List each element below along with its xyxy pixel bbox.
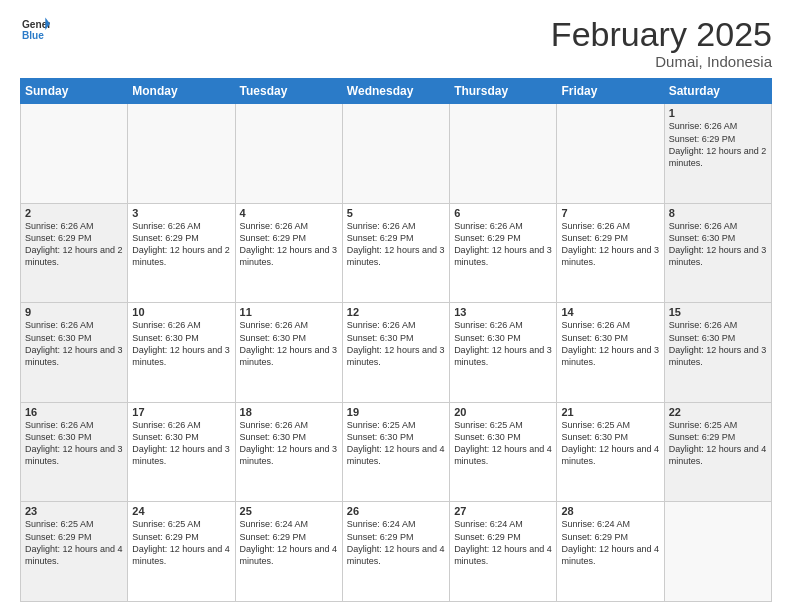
calendar-cell: 11Sunrise: 6:26 AM Sunset: 6:30 PM Dayli…	[235, 303, 342, 403]
calendar-week-4: 23Sunrise: 6:25 AM Sunset: 6:29 PM Dayli…	[21, 502, 772, 602]
day-number: 26	[347, 505, 445, 517]
day-number: 3	[132, 207, 230, 219]
day-info: Sunrise: 6:26 AM Sunset: 6:30 PM Dayligh…	[25, 319, 123, 368]
calendar-cell: 14Sunrise: 6:26 AM Sunset: 6:30 PM Dayli…	[557, 303, 664, 403]
day-number: 9	[25, 306, 123, 318]
svg-text:Blue: Blue	[22, 30, 44, 41]
day-number: 1	[669, 107, 767, 119]
calendar-body: 1Sunrise: 6:26 AM Sunset: 6:29 PM Daylig…	[21, 104, 772, 602]
day-info: Sunrise: 6:26 AM Sunset: 6:29 PM Dayligh…	[669, 120, 767, 169]
calendar-cell: 19Sunrise: 6:25 AM Sunset: 6:30 PM Dayli…	[342, 402, 449, 502]
calendar-cell: 21Sunrise: 6:25 AM Sunset: 6:30 PM Dayli…	[557, 402, 664, 502]
calendar-cell: 22Sunrise: 6:25 AM Sunset: 6:29 PM Dayli…	[664, 402, 771, 502]
day-number: 13	[454, 306, 552, 318]
day-info: Sunrise: 6:24 AM Sunset: 6:29 PM Dayligh…	[347, 518, 445, 567]
day-number: 2	[25, 207, 123, 219]
day-number: 6	[454, 207, 552, 219]
calendar-cell: 8Sunrise: 6:26 AM Sunset: 6:30 PM Daylig…	[664, 203, 771, 303]
day-info: Sunrise: 6:26 AM Sunset: 6:29 PM Dayligh…	[132, 220, 230, 269]
col-wednesday: Wednesday	[342, 79, 449, 104]
day-number: 4	[240, 207, 338, 219]
calendar-cell: 25Sunrise: 6:24 AM Sunset: 6:29 PM Dayli…	[235, 502, 342, 602]
day-info: Sunrise: 6:26 AM Sunset: 6:30 PM Dayligh…	[132, 419, 230, 468]
col-monday: Monday	[128, 79, 235, 104]
calendar-header-row: Sunday Monday Tuesday Wednesday Thursday…	[21, 79, 772, 104]
day-number: 12	[347, 306, 445, 318]
day-number: 20	[454, 406, 552, 418]
calendar-cell: 4Sunrise: 6:26 AM Sunset: 6:29 PM Daylig…	[235, 203, 342, 303]
day-info: Sunrise: 6:25 AM Sunset: 6:29 PM Dayligh…	[25, 518, 123, 567]
day-number: 15	[669, 306, 767, 318]
day-info: Sunrise: 6:26 AM Sunset: 6:30 PM Dayligh…	[669, 319, 767, 368]
day-info: Sunrise: 6:24 AM Sunset: 6:29 PM Dayligh…	[561, 518, 659, 567]
day-number: 18	[240, 406, 338, 418]
logo-icon: General Blue	[22, 16, 50, 44]
day-info: Sunrise: 6:26 AM Sunset: 6:30 PM Dayligh…	[240, 419, 338, 468]
day-number: 17	[132, 406, 230, 418]
day-number: 14	[561, 306, 659, 318]
day-info: Sunrise: 6:25 AM Sunset: 6:30 PM Dayligh…	[561, 419, 659, 468]
calendar-week-2: 9Sunrise: 6:26 AM Sunset: 6:30 PM Daylig…	[21, 303, 772, 403]
calendar-cell: 18Sunrise: 6:26 AM Sunset: 6:30 PM Dayli…	[235, 402, 342, 502]
day-info: Sunrise: 6:24 AM Sunset: 6:29 PM Dayligh…	[454, 518, 552, 567]
day-number: 5	[347, 207, 445, 219]
calendar-cell: 16Sunrise: 6:26 AM Sunset: 6:30 PM Dayli…	[21, 402, 128, 502]
calendar-cell: 10Sunrise: 6:26 AM Sunset: 6:30 PM Dayli…	[128, 303, 235, 403]
day-info: Sunrise: 6:25 AM Sunset: 6:29 PM Dayligh…	[132, 518, 230, 567]
col-saturday: Saturday	[664, 79, 771, 104]
header: General Blue February 2025 Dumai, Indone…	[20, 16, 772, 70]
calendar-cell: 12Sunrise: 6:26 AM Sunset: 6:30 PM Dayli…	[342, 303, 449, 403]
calendar-cell: 28Sunrise: 6:24 AM Sunset: 6:29 PM Dayli…	[557, 502, 664, 602]
col-tuesday: Tuesday	[235, 79, 342, 104]
day-info: Sunrise: 6:26 AM Sunset: 6:30 PM Dayligh…	[561, 319, 659, 368]
calendar-week-0: 1Sunrise: 6:26 AM Sunset: 6:29 PM Daylig…	[21, 104, 772, 204]
day-info: Sunrise: 6:26 AM Sunset: 6:29 PM Dayligh…	[561, 220, 659, 269]
calendar-cell: 13Sunrise: 6:26 AM Sunset: 6:30 PM Dayli…	[450, 303, 557, 403]
day-info: Sunrise: 6:24 AM Sunset: 6:29 PM Dayligh…	[240, 518, 338, 567]
calendar-cell: 2Sunrise: 6:26 AM Sunset: 6:29 PM Daylig…	[21, 203, 128, 303]
day-info: Sunrise: 6:26 AM Sunset: 6:30 PM Dayligh…	[454, 319, 552, 368]
calendar-cell	[235, 104, 342, 204]
day-number: 11	[240, 306, 338, 318]
col-sunday: Sunday	[21, 79, 128, 104]
calendar-subtitle: Dumai, Indonesia	[551, 53, 772, 70]
day-info: Sunrise: 6:26 AM Sunset: 6:29 PM Dayligh…	[25, 220, 123, 269]
day-number: 28	[561, 505, 659, 517]
day-number: 27	[454, 505, 552, 517]
calendar-cell: 9Sunrise: 6:26 AM Sunset: 6:30 PM Daylig…	[21, 303, 128, 403]
day-number: 10	[132, 306, 230, 318]
calendar-cell: 23Sunrise: 6:25 AM Sunset: 6:29 PM Dayli…	[21, 502, 128, 602]
calendar-cell: 1Sunrise: 6:26 AM Sunset: 6:29 PM Daylig…	[664, 104, 771, 204]
day-number: 19	[347, 406, 445, 418]
day-info: Sunrise: 6:25 AM Sunset: 6:30 PM Dayligh…	[454, 419, 552, 468]
day-number: 22	[669, 406, 767, 418]
day-number: 16	[25, 406, 123, 418]
calendar-cell: 26Sunrise: 6:24 AM Sunset: 6:29 PM Dayli…	[342, 502, 449, 602]
calendar-cell	[21, 104, 128, 204]
day-info: Sunrise: 6:26 AM Sunset: 6:30 PM Dayligh…	[240, 319, 338, 368]
day-info: Sunrise: 6:26 AM Sunset: 6:29 PM Dayligh…	[347, 220, 445, 269]
calendar-cell	[342, 104, 449, 204]
calendar-week-3: 16Sunrise: 6:26 AM Sunset: 6:30 PM Dayli…	[21, 402, 772, 502]
calendar-cell: 20Sunrise: 6:25 AM Sunset: 6:30 PM Dayli…	[450, 402, 557, 502]
day-info: Sunrise: 6:26 AM Sunset: 6:29 PM Dayligh…	[454, 220, 552, 269]
day-number: 25	[240, 505, 338, 517]
calendar-cell: 6Sunrise: 6:26 AM Sunset: 6:29 PM Daylig…	[450, 203, 557, 303]
page: General Blue February 2025 Dumai, Indone…	[0, 0, 792, 612]
calendar-cell	[450, 104, 557, 204]
calendar-cell: 3Sunrise: 6:26 AM Sunset: 6:29 PM Daylig…	[128, 203, 235, 303]
day-number: 23	[25, 505, 123, 517]
logo: General Blue	[20, 16, 50, 48]
day-number: 7	[561, 207, 659, 219]
day-number: 8	[669, 207, 767, 219]
day-info: Sunrise: 6:26 AM Sunset: 6:30 PM Dayligh…	[347, 319, 445, 368]
col-friday: Friday	[557, 79, 664, 104]
day-number: 21	[561, 406, 659, 418]
calendar-title: February 2025	[551, 16, 772, 53]
calendar-cell	[557, 104, 664, 204]
calendar-cell: 7Sunrise: 6:26 AM Sunset: 6:29 PM Daylig…	[557, 203, 664, 303]
calendar-week-1: 2Sunrise: 6:26 AM Sunset: 6:29 PM Daylig…	[21, 203, 772, 303]
calendar-cell	[664, 502, 771, 602]
day-number: 24	[132, 505, 230, 517]
calendar-cell: 17Sunrise: 6:26 AM Sunset: 6:30 PM Dayli…	[128, 402, 235, 502]
